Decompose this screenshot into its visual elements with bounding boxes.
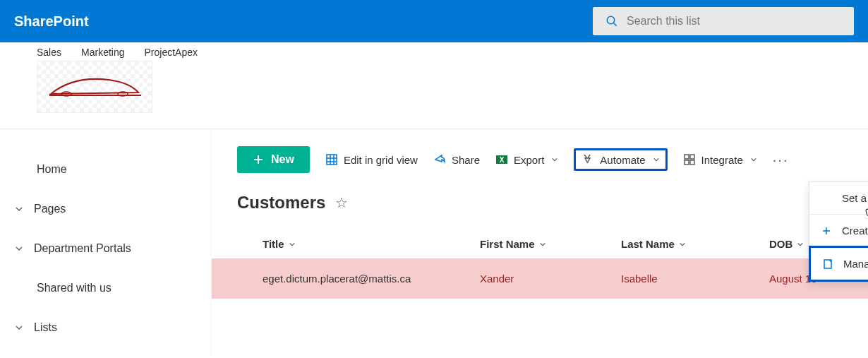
automate-label: Automate (600, 154, 645, 166)
search-icon (605, 15, 618, 28)
integrate-button[interactable]: Integrate (683, 153, 757, 166)
nav-shared-label: Shared with us (37, 282, 111, 294)
more-button[interactable]: ··· (773, 152, 789, 168)
cell-title: eget.dictum.placerat@mattis.ca (212, 273, 480, 285)
automate-button[interactable]: Automate (574, 148, 667, 171)
table-row[interactable]: eget.dictum.placerat@mattis.ca Xander Is… (212, 258, 868, 299)
share-label: Share (452, 154, 480, 166)
chevron-down-icon (653, 156, 660, 163)
chevron-down-icon (289, 241, 296, 248)
chevron-down-icon (679, 241, 686, 248)
nav-home[interactable]: Home (14, 155, 211, 184)
note-icon (822, 258, 833, 270)
column-title[interactable]: Title (212, 238, 480, 250)
menu-create-rule[interactable]: Create a rule (809, 215, 868, 246)
nav-pages[interactable]: Pages (14, 194, 211, 224)
integrate-label: Integrate (701, 154, 743, 166)
nav-home-label: Home (37, 163, 67, 176)
export-button[interactable]: X Export (495, 153, 558, 166)
chevron-down-icon (14, 244, 24, 253)
suite-header: SharePoint (0, 0, 868, 42)
column-first-name[interactable]: First Name (480, 238, 621, 250)
brand[interactable]: SharePoint (14, 13, 593, 30)
site-logo-area (0, 58, 868, 123)
menu-set-reminder[interactable]: Set a reminder (809, 182, 868, 214)
svg-text:X: X (500, 156, 505, 164)
chevron-down-icon (797, 241, 804, 248)
breadcrumb: Sales Marketing ProjectApex (0, 42, 868, 58)
new-label: New (271, 153, 294, 166)
breadcrumb-projectapex[interactable]: ProjectApex (145, 47, 198, 58)
cell-first-name: Xander (480, 273, 621, 285)
automate-dropdown: Set a reminder Create a rule Manage rule… (809, 181, 868, 282)
column-last-name[interactable]: Last Name (621, 238, 769, 250)
grid-icon (325, 153, 338, 166)
command-bar: New Edit in grid view Share X Export Aut… (212, 129, 868, 189)
chevron-down-icon (539, 241, 546, 248)
svg-line-1 (614, 23, 617, 26)
nav-dept-label: Department Portals (34, 242, 131, 255)
svg-rect-4 (327, 155, 337, 165)
site-logo[interactable] (37, 61, 152, 113)
search-input[interactable] (627, 15, 841, 28)
search-box[interactable] (593, 7, 854, 35)
breadcrumb-marketing[interactable]: Marketing (81, 47, 124, 58)
nav-lists[interactable]: Lists (14, 313, 211, 342)
nav-lists-label: Lists (34, 321, 57, 334)
excel-icon: X (495, 153, 508, 166)
nav-pages-label: Pages (34, 203, 66, 215)
nav-shared-with-us[interactable]: Shared with us (14, 273, 211, 303)
list-title: Customers (237, 193, 325, 213)
menu-manage-rules[interactable]: Manage rules (809, 246, 868, 282)
menu-manage-label: Manage rules (843, 258, 868, 270)
share-icon (433, 153, 446, 166)
chevron-down-icon (14, 205, 24, 213)
left-nav: Home Pages Department Portals Shared wit… (0, 129, 212, 356)
svg-rect-11 (685, 155, 689, 159)
svg-rect-12 (690, 155, 694, 159)
svg-rect-13 (685, 160, 689, 165)
chevron-down-icon (551, 156, 558, 163)
list-header: Customers ☆ (212, 189, 868, 229)
plus-icon (253, 154, 264, 165)
export-label: Export (514, 154, 544, 166)
content-area: New Edit in grid view Share X Export Aut… (212, 129, 868, 356)
new-button[interactable]: New (237, 146, 310, 173)
plus-icon (821, 225, 832, 237)
nav-department-portals[interactable]: Department Portals (14, 234, 211, 263)
edit-label: Edit in grid view (344, 154, 418, 166)
svg-rect-14 (690, 160, 694, 165)
cell-last-name: Isabelle (621, 273, 769, 285)
favorite-star-icon[interactable]: ☆ (335, 194, 348, 211)
share-button[interactable]: Share (433, 153, 480, 166)
integrate-icon (683, 153, 696, 166)
chevron-down-icon (14, 323, 24, 332)
list-table: Title First Name Last Name DOB eget.dict… (212, 229, 868, 299)
svg-point-0 (607, 16, 615, 24)
menu-create-label: Create a rule (842, 225, 868, 237)
table-header-row: Title First Name Last Name DOB (212, 229, 868, 258)
menu-reminder-label: Set a reminder (842, 192, 868, 204)
flow-icon (581, 153, 594, 166)
chevron-down-icon (750, 156, 757, 163)
breadcrumb-sales[interactable]: Sales (37, 47, 61, 58)
edit-in-grid-button[interactable]: Edit in grid view (325, 153, 418, 166)
